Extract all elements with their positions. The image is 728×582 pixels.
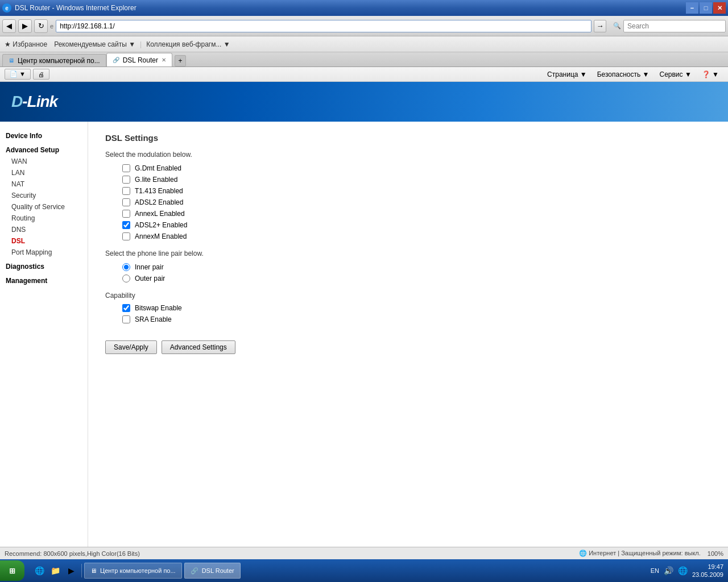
tab-computer-center[interactable]: 🖥 Центр компьютерной по... xyxy=(2,54,106,66)
taskbar-items: 🌐 📁 ▶ 🖥 Центр компьютерной по... 🔗 DSL R… xyxy=(29,563,646,576)
back-button[interactable]: ◀ xyxy=(2,19,16,33)
address-input[interactable]: http://192.168.1.1/ xyxy=(56,20,592,32)
refresh-button[interactable]: ↻ xyxy=(34,19,48,33)
titlebar-title: DSL Router - Windows Internet Explorer xyxy=(15,4,136,12)
menu-security[interactable]: Безопасность ▼ xyxy=(593,69,654,80)
phone-line-label: Select the phone line pair below. xyxy=(105,250,711,257)
checkbox-annexl[interactable] xyxy=(122,210,130,218)
label-sra: SRA Enable xyxy=(135,315,172,323)
radio-outer[interactable] xyxy=(122,275,130,282)
minimize-button[interactable]: − xyxy=(686,2,698,14)
new-tab-button[interactable]: + xyxy=(175,55,186,66)
radio-inner[interactable] xyxy=(122,263,130,271)
forward-button[interactable]: ▶ xyxy=(18,19,32,33)
favorites-bar: ★ Избранное Рекомендуемые сайты ▼ | Колл… xyxy=(0,36,728,52)
label-inner: Inner pair xyxy=(135,263,164,271)
taskbar-item-dsl[interactable]: 🔗 DSL Router xyxy=(184,563,241,576)
taskbar-item-computer[interactable]: 🖥 Центр компьютерной по... xyxy=(84,563,182,576)
checkbox-annexm[interactable] xyxy=(122,232,130,240)
fav-item-collection[interactable]: Коллекция веб-фрагм... ▼ xyxy=(146,40,230,48)
tab-close-dsl[interactable]: ✕ xyxy=(162,57,166,63)
checkbox-glite[interactable] xyxy=(122,176,130,184)
checkbox-t1413[interactable] xyxy=(122,187,130,195)
taskbar-label-computer: Центр компьютерной по... xyxy=(100,567,176,574)
checkbox-row-sra: SRA Enable xyxy=(122,315,711,323)
sidebar: Device Info Advanced Setup WAN LAN NAT S… xyxy=(0,122,88,576)
checkbox-row-adsl2: ADSL2 Enabled xyxy=(122,198,711,206)
sidebar-item-management[interactable]: Management xyxy=(0,272,88,286)
checkbox-gdmt[interactable] xyxy=(122,164,130,172)
capability-section: Capability Bitswap Enable SRA Enable xyxy=(105,292,711,323)
capability-label: Capability xyxy=(105,292,711,300)
save-apply-button[interactable]: Save/Apply xyxy=(105,340,157,354)
menu-service[interactable]: Сервис ▼ xyxy=(655,69,696,80)
go-button[interactable]: → xyxy=(594,20,606,32)
page-title: DSL Settings xyxy=(105,133,711,143)
clock-time: 19:47 xyxy=(692,563,723,571)
checkbox-row-bitswap: Bitswap Enable xyxy=(122,304,711,312)
page-button[interactable]: 📄 ▼ xyxy=(5,69,31,80)
taskbar-icon-computer: 🖥 xyxy=(90,567,97,574)
network-icon: 🌐 xyxy=(678,566,688,575)
locale-label: EN xyxy=(651,567,659,574)
sidebar-item-dsl[interactable]: DSL xyxy=(0,235,88,247)
tab-dsl-router[interactable]: 🔗 DSL Router ✕ xyxy=(106,53,172,66)
label-adsl2plus: ADSL2+ Enabled xyxy=(135,221,187,229)
sidebar-item-device-info[interactable]: Device Info xyxy=(0,127,88,142)
tabbar: 🖥 Центр компьютерной по... 🔗 DSL Router … xyxy=(0,52,728,67)
ie-quicklaunch[interactable]: 🌐 xyxy=(32,564,46,576)
maximize-button[interactable]: □ xyxy=(700,2,712,14)
taskbar-right: EN 🔊 🌐 19:47 23.05.2009 xyxy=(646,563,728,576)
taskbar-label-dsl: DSL Router xyxy=(202,567,234,574)
titlebar-controls: − □ ✕ xyxy=(686,2,726,14)
ie-statusbar: Recommend: 800x600 pixels,High Color(16 … xyxy=(0,547,728,559)
sidebar-item-routing[interactable]: Routing xyxy=(0,213,88,224)
tab-icon-dsl: 🔗 xyxy=(113,57,119,63)
menu-page[interactable]: Страница ▼ xyxy=(543,69,592,80)
sidebar-item-nat[interactable]: NAT xyxy=(0,178,88,190)
checkbox-adsl2plus[interactable] xyxy=(122,221,130,229)
taskbar-icon-dsl: 🔗 xyxy=(191,567,198,575)
sidebar-item-diagnostics[interactable]: Diagnostics xyxy=(0,258,88,272)
phone-line-radios: Inner pair Outer pair xyxy=(105,263,711,282)
fav-item-recommended[interactable]: Рекомендуемые сайты ▼ xyxy=(54,40,135,48)
label-glite: G.lite Enabled xyxy=(135,176,177,184)
sidebar-item-wan[interactable]: WAN xyxy=(0,156,88,167)
media-quicklaunch[interactable]: ▶ xyxy=(64,564,78,576)
sidebar-item-dns[interactable]: DNS xyxy=(0,224,88,235)
explorer-quicklaunch[interactable]: 📁 xyxy=(48,564,62,576)
sidebar-item-advanced-setup[interactable]: Advanced Setup xyxy=(0,142,88,156)
taskbar: ⊞ 🌐 📁 ▶ 🖥 Центр компьютерной по... 🔗 DSL… xyxy=(0,559,728,576)
quick-launch: 🌐 📁 ▶ xyxy=(29,564,82,576)
print-button[interactable]: 🖨 xyxy=(33,69,49,80)
clock-date: 23.05.2009 xyxy=(692,571,723,576)
checkbox-bitswap[interactable] xyxy=(122,304,130,312)
checkbox-row-glite: G.lite Enabled xyxy=(122,176,711,184)
label-adsl2: ADSL2 Enabled xyxy=(135,198,183,206)
sidebar-item-qos[interactable]: Quality of Service xyxy=(0,201,88,213)
address-label: e xyxy=(50,23,53,30)
content-area: DSL Settings Select the modulation below… xyxy=(88,122,728,576)
checkbox-row-annexm: AnnexM Enabled xyxy=(122,232,711,240)
live-search-area: 🔍 xyxy=(613,20,726,32)
navbar: ◀ ▶ ↻ e http://192.168.1.1/ → 🔍 xyxy=(0,16,728,36)
checkbox-adsl2[interactable] xyxy=(122,198,130,206)
tab-label-computer: Центр компьютерной по... xyxy=(18,57,100,65)
close-button[interactable]: ✕ xyxy=(713,2,726,14)
modulation-checkboxes: G.Dmt Enabled G.lite Enabled T1.413 Enab… xyxy=(105,164,711,240)
start-button[interactable]: ⊞ xyxy=(0,560,24,576)
checkbox-sra[interactable] xyxy=(122,315,130,323)
sidebar-item-security[interactable]: Security xyxy=(0,190,88,201)
modulation-label: Select the modulation below. xyxy=(105,151,711,159)
sidebar-item-lan[interactable]: LAN xyxy=(0,167,88,178)
search-input[interactable] xyxy=(623,20,726,32)
favorites-label: ★ Избранное xyxy=(5,40,47,48)
statusbar-recommend: Recommend: 800x600 pixels,High Color(16 … xyxy=(5,550,140,557)
menu-help[interactable]: ❓ ▼ xyxy=(697,69,723,80)
sidebar-item-port-mapping[interactable]: Port Mapping xyxy=(0,247,88,258)
advanced-settings-button[interactable]: Advanced Settings xyxy=(162,340,235,354)
statusbar-right: 🌐 Интернет | Защищенный режим: выкл. 100… xyxy=(579,550,723,557)
search-engine-icon: 🔍 xyxy=(613,22,621,30)
label-outer: Outer pair xyxy=(135,275,165,282)
zoom-level: 100% xyxy=(708,550,723,557)
